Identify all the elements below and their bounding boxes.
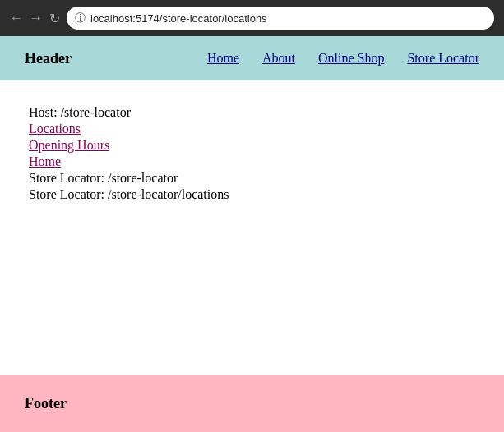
nav-online-shop[interactable]: Online Shop: [318, 51, 384, 66]
lock-icon: ⓘ: [75, 11, 86, 25]
host-line: Host: /store-locator: [29, 105, 475, 120]
address-bar[interactable]: ⓘ localhost:5174/store-locator/locations: [67, 7, 494, 30]
locations-link[interactable]: Locations: [29, 122, 81, 136]
store-locator-line1: Store Locator: /store-locator: [29, 171, 475, 186]
forward-button[interactable]: →: [30, 11, 43, 25]
browser-chrome: ← → ↻ ⓘ localhost:5174/store-locator/loc…: [0, 0, 504, 36]
site-nav: Home About Online Shop Store Locator: [207, 51, 479, 66]
nav-store-locator[interactable]: Store Locator: [407, 51, 479, 66]
url-text: localhost:5174/store-locator/locations: [90, 12, 267, 25]
opening-hours-link[interactable]: Opening Hours: [29, 138, 109, 152]
nav-about[interactable]: About: [262, 51, 295, 66]
site-footer: Footer: [0, 375, 504, 432]
opening-hours-link-wrapper: Opening Hours: [29, 138, 475, 153]
home-link[interactable]: Home: [29, 154, 61, 168]
site-header: Header Home About Online Shop Store Loca…: [0, 36, 504, 80]
store-locator-line2: Store Locator: /store-locator/locations: [29, 187, 475, 202]
site-logo: Header: [25, 50, 72, 67]
nav-home[interactable]: Home: [207, 51, 239, 66]
reload-button[interactable]: ↻: [49, 11, 60, 26]
home-link-wrapper: Home: [29, 154, 475, 169]
locations-link-wrapper: Locations: [29, 122, 475, 136]
footer-label: Footer: [25, 395, 67, 412]
back-button[interactable]: ←: [10, 11, 23, 25]
main-content: Host: /store-locator Locations Opening H…: [0, 80, 504, 375]
